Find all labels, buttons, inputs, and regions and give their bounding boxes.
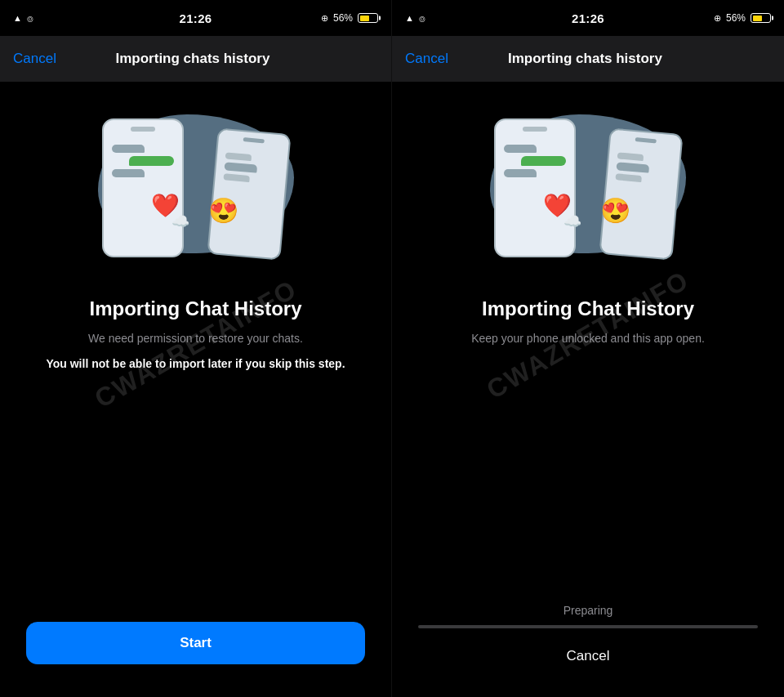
content-right: ❤️ 😍 ☁️ CWAZRETAINFO Importing Chat Hist…: [392, 82, 784, 588]
signal-icon-right: ▲: [405, 13, 414, 23]
nav-bar-left: Cancel Importing chats history: [0, 36, 391, 82]
battery-bar-left: [358, 13, 378, 23]
location-icon: ⊕: [321, 13, 328, 24]
nav-title-right: Importing chats history: [508, 51, 662, 67]
bubble-gray-r1: [504, 145, 537, 153]
screen-content-left-right: [496, 138, 574, 184]
battery-pct-left: 56%: [333, 12, 353, 24]
subtitle-left: We need permission to restore your chats…: [88, 330, 303, 347]
nav-bar-right: Cancel Importing chats history: [392, 36, 784, 82]
main-title-right: Importing Chat History: [482, 297, 694, 320]
location-icon-right: ⊕: [714, 13, 721, 24]
main-title-left: Importing Chat History: [89, 297, 301, 320]
battery-fill-right: [753, 16, 762, 21]
bubble-gray2-1: [225, 152, 252, 161]
bubble-green-1: [129, 156, 174, 166]
warning-text-left: You will not be able to import later if …: [46, 355, 345, 373]
bubble-gray2-r1: [617, 152, 644, 161]
screen-right: ▲ ⌾ 21:26 ⊕ 56% Cancel Importing chats h…: [392, 0, 784, 697]
bubble-gray-r2: [504, 169, 537, 177]
content-left: ❤️ 😍 ☁️ CWAZRETAINFO Importing Chat Hist…: [0, 82, 391, 605]
status-bar-left: ▲ ⌾ 21:26 ⊕ 56%: [0, 0, 391, 36]
phone-left-left: [102, 118, 184, 257]
battery-pct-right: 56%: [726, 12, 746, 24]
notch-left-right: [523, 127, 547, 132]
phone-left-right: [494, 118, 576, 257]
preparing-label: Preparing: [418, 604, 758, 617]
bubble-green-r1: [521, 156, 566, 166]
start-button[interactable]: Start: [26, 622, 365, 664]
bubble-gray-1: [112, 145, 145, 153]
battery-fill-left: [360, 16, 369, 21]
time-display-left: 21:26: [180, 11, 212, 25]
cloud-icon-right: ☁️: [564, 212, 581, 230]
time-display-right: 21:26: [572, 11, 604, 25]
cloud-icon-left: ☁️: [172, 212, 189, 230]
subtitle-right: Keep your phone unlocked and this app op…: [471, 330, 705, 347]
status-right-icons-right: ⊕ 56%: [706, 12, 771, 24]
nav-title-left: Importing chats history: [116, 51, 270, 67]
progress-area: Preparing Cancel: [392, 588, 784, 697]
screen-content-left-left: [104, 138, 182, 184]
cancel-button-progress[interactable]: Cancel: [418, 648, 758, 664]
screen-left: ▲ ⌾ 21:26 ⊕ 56% Cancel Importing chats h…: [0, 0, 392, 697]
bottom-area-left: Start: [0, 605, 391, 697]
status-right-icons-left: ⊕ 56%: [313, 12, 378, 24]
notch-right-right: [635, 137, 657, 143]
smiley-icon-right: 😍: [600, 196, 630, 225]
bubble-gray2-2: [223, 173, 250, 182]
bubble-gray-2: [112, 169, 145, 177]
cancel-button-left[interactable]: Cancel: [13, 51, 56, 67]
status-bar-right: ▲ ⌾ 21:26 ⊕ 56%: [392, 0, 784, 36]
illustration-right: ❤️ 😍 ☁️: [474, 98, 702, 278]
battery-bar-right: [751, 13, 771, 23]
bubble-gray-r3: [616, 162, 649, 172]
status-left-icons-right: ▲ ⌾: [405, 12, 470, 25]
notch-right-left: [243, 137, 264, 143]
illustration-left: ❤️ 😍 ☁️: [82, 98, 310, 278]
smiley-icon-left: 😍: [208, 196, 238, 225]
screen-content-right-left: [214, 145, 287, 190]
phone-right-right: [599, 127, 683, 260]
cancel-button-nav-right[interactable]: Cancel: [405, 51, 448, 67]
signal-icon: ▲: [13, 13, 22, 23]
phone-right-left: [207, 127, 291, 260]
bubble-gray-3: [224, 162, 257, 172]
wifi-icon-right: ⌾: [419, 12, 425, 25]
notch-left-left: [131, 127, 155, 132]
status-left-icons: ▲ ⌾: [13, 12, 78, 25]
wifi-icon: ⌾: [27, 12, 33, 25]
screen-content-right-right: [607, 145, 680, 190]
bubble-gray2-r2: [615, 173, 642, 182]
progress-track: [418, 625, 758, 628]
